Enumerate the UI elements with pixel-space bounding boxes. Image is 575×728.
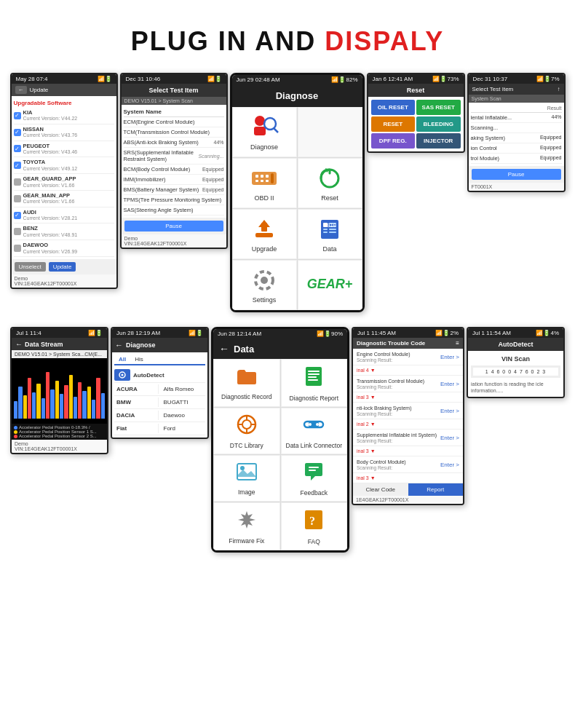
scan-item: ABS(Anti-lock Braking System) 44% (124, 138, 224, 148)
scan-item: BCM(Body Control Module) Equipped (124, 165, 224, 175)
scan-item: TCM(Transmission Control Module) (124, 127, 224, 138)
select-content: Result lental Inflatable... 44% Scanning… (469, 103, 564, 166)
data-cell-dtc[interactable]: DTC Library (213, 408, 280, 454)
update-button[interactable]: Update (49, 262, 76, 272)
svg-point-29 (122, 374, 124, 376)
svg-marker-16 (258, 220, 270, 227)
main-title: PLUG IN AND DISPALY (0, 13, 575, 66)
dtc-subitem: inal 4 ▼ (353, 365, 463, 376)
status-bar-b3: Jun 28 12:14 AM 📶🔋90% (213, 329, 347, 339)
chart-legend: Accelerator Pedal Position 0-18.3% / Acc… (12, 424, 107, 440)
status-bar-b5: Jul 1 11:54 AM 📶🔋4% (468, 328, 563, 338)
brand-row-fiat-ford: Fiat Ford (114, 422, 205, 435)
reset-button[interactable]: RESET (371, 116, 416, 132)
select-item: ion Control Equipped (471, 143, 562, 154)
data-cell-image[interactable]: Image (213, 455, 280, 502)
diagnose-cell-settings[interactable]: Settings (232, 260, 297, 310)
system-name-label: System Name (124, 107, 224, 117)
checkbox[interactable]: ✓ (14, 129, 21, 136)
back-button[interactable]: ← (15, 86, 27, 94)
dtc-item[interactable]: Engine Control Module) Scanning Result: … (353, 349, 463, 365)
data-cell-faq[interactable]: ? FAQ (281, 502, 348, 550)
dtc-content: Engine Control Module) Scanning Result: … (353, 349, 463, 483)
clear-code-button[interactable]: Clear Code (353, 483, 408, 496)
obdii-label: OBD II (254, 194, 274, 202)
scanning-message: iation function is reading the icle info… (471, 381, 560, 394)
section-title: Upgradable Software (14, 98, 114, 108)
list-item: BENZCurrent Version: V48.91 (14, 223, 114, 240)
diagnose-cell-upgrade[interactable]: Upgrade (232, 209, 297, 259)
checkbox[interactable]: ✓ (14, 212, 21, 219)
status-bar-3: Jun 29 02:48 AM 📶🔋82% (232, 75, 362, 84)
dtc-item[interactable]: nti-lock Braking System) Scanning Result… (353, 403, 463, 419)
unselect-button[interactable]: Unselect (15, 262, 46, 272)
reset-grid: OIL RESET SAS RESET RESET BLEEDING DPF R… (368, 97, 464, 151)
checkbox[interactable]: ✓ (14, 112, 21, 119)
list-item: ✓ NISSANCurrent Version: V43.76 (14, 124, 114, 141)
bleeding-button[interactable]: BLEEDING (416, 116, 461, 132)
dtc-item[interactable]: Transmission Control Module) Scanning Re… (353, 376, 463, 392)
oil-reset-button[interactable]: OIL RESET (371, 100, 416, 115)
list-item: ✓ AUDICurrent Version: V28.21 (14, 207, 114, 224)
checkbox[interactable]: ✓ (14, 145, 21, 152)
svg-rect-8 (255, 180, 258, 182)
screen-autodetect: Jul 1 11:54 AM 📶🔋4% AutoDetect VIN Scan … (467, 327, 565, 398)
settings-label: Settings (253, 296, 277, 304)
diagnose-cell-reset[interactable]: Reset (298, 158, 362, 208)
scan-item: TPMS(Tire Pressure Monitoring System) (124, 195, 224, 205)
pause-button[interactable]: Pause (124, 221, 223, 232)
dtc-item[interactable]: Supplemental Inflatable int System) Scan… (353, 430, 463, 446)
diagnose-cell-obdii[interactable]: OBD II (232, 158, 297, 208)
list-item: ✓ KIACurrent Version: V44.22 (14, 108, 114, 124)
diagnose-cell-empty (298, 107, 362, 157)
gearplus-icon: GEAR+ (314, 272, 345, 296)
vin-scan-area: 1 4 6 0 0 4 7 6 0 2 3 (471, 365, 560, 378)
list-item: GEAR_GUARD_APPCurrent Version: V1.66 (14, 174, 114, 191)
screen-data-center: Jun 28 12:14 AM 📶🔋90% ← Data Diagnostic … (211, 327, 349, 553)
diagnose-cell-data[interactable]: 1010 Data (298, 209, 362, 259)
dtc-item[interactable]: Body Control Module) Scanning Result: En… (353, 456, 463, 473)
obdii-icon (249, 166, 279, 191)
pause-button-right[interactable]: Pause (472, 169, 561, 180)
diagnose-cell-gearplus[interactable]: GEAR+ (298, 260, 362, 310)
list-item: DAEWOOCurrent Version: V26.99 (14, 240, 114, 257)
svg-point-43 (309, 423, 312, 426)
sas-reset-button[interactable]: SAS RESET (416, 100, 461, 115)
data-cell-link[interactable]: Data Link Connector (281, 408, 348, 454)
link-label: Data Link Connector (286, 442, 343, 449)
data-cell-record[interactable]: Diagnostic Record (213, 359, 280, 407)
dtc-footer: Clear Code Report (353, 483, 463, 496)
button-row: Unselect Update (12, 259, 116, 274)
svg-rect-5 (255, 175, 258, 178)
select-item: trol Module) Equipped (471, 154, 562, 164)
checkbox[interactable]: ✓ (14, 162, 21, 169)
injector-button[interactable]: INJECTOR (416, 133, 461, 149)
dpf-reg-button[interactable]: DPF REG. (371, 133, 416, 149)
settings-icon (249, 268, 279, 293)
tab-all[interactable]: All (114, 355, 130, 365)
tab-history[interactable]: His (130, 355, 148, 364)
brand-row-autodetect[interactable]: AutoDetect (114, 368, 205, 383)
svg-rect-24 (329, 232, 336, 233)
scan-item: SAS(Steering Angle System) (124, 205, 224, 215)
update-content: Upgradable Software ✓ KIACurrent Version… (12, 96, 116, 259)
svg-rect-47 (309, 467, 319, 468)
data-label: Data (322, 245, 336, 253)
brand-row-dacia-daewoo: DACIA Daewoo (114, 409, 205, 422)
data-cell-feedback[interactable]: Feedback (281, 455, 348, 502)
dtc-subitem: inal 3 ▼ (353, 473, 463, 483)
svg-rect-45 (237, 464, 256, 480)
diagnose-cell-diagnose[interactable]: Diagnose (232, 107, 297, 157)
report-button[interactable]: Report (408, 483, 464, 496)
data-cell-report[interactable]: Diagnostic Report (281, 359, 348, 407)
checkbox-unchecked[interactable] (14, 228, 21, 235)
svg-point-36 (242, 420, 251, 429)
faq-label: FAQ (308, 538, 320, 545)
reset-header: Reset (368, 84, 464, 97)
svg-text:1010: 1010 (324, 223, 336, 229)
checkbox-unchecked[interactable] (14, 195, 21, 202)
checkbox-unchecked[interactable] (14, 178, 21, 186)
checkbox-unchecked[interactable] (14, 245, 21, 252)
list-item: GEAR_MAIN_APPCurrent Version: V1.66 (14, 191, 114, 207)
data-cell-firmware[interactable]: Firmware Fix (213, 502, 280, 550)
